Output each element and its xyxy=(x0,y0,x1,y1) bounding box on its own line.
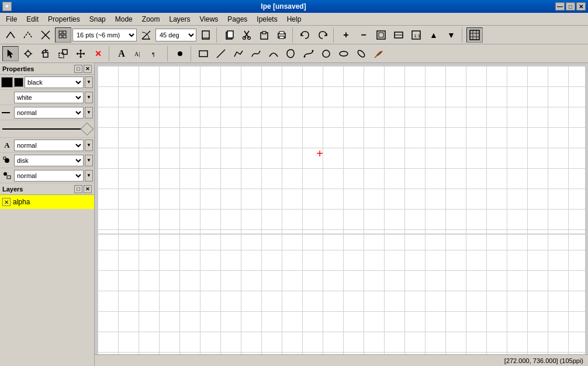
circle-tool-btn[interactable] xyxy=(318,46,334,61)
move-btn[interactable] xyxy=(72,46,89,61)
rotated-ellipse-btn[interactable] xyxy=(353,46,369,61)
fit-width-btn[interactable] xyxy=(390,27,407,43)
snap-vertex-btn[interactable] xyxy=(2,27,19,43)
bezier-btn[interactable] xyxy=(300,46,317,61)
rotate-btn[interactable] xyxy=(37,46,54,61)
svg-point-56 xyxy=(4,172,7,176)
canvas-area[interactable]: + [272.000, 736.000] (105ppi) xyxy=(95,63,588,366)
svg-point-49 xyxy=(323,50,330,57)
copy-to-clipboard-btn[interactable] xyxy=(221,27,237,43)
snap-size-select[interactable]: 16 pts (~6 mm) xyxy=(72,29,137,41)
menu-snap[interactable]: Snap xyxy=(85,13,110,25)
line-style-dropdown[interactable]: ▼ xyxy=(85,107,93,118)
menu-views[interactable]: Views xyxy=(195,13,223,25)
left-panel: Properties □ ✕ black ▼ white ▼ xyxy=(0,63,95,366)
next-page-btn[interactable]: ▼ xyxy=(443,27,459,43)
layer-alpha[interactable]: ✕ alpha xyxy=(0,195,94,209)
mark-tool-btn[interactable] xyxy=(172,46,188,61)
fill-color-dropdown[interactable]: ▼ xyxy=(85,92,93,103)
fit-page-btn[interactable] xyxy=(373,27,389,43)
fill-color-select[interactable]: white xyxy=(14,92,84,103)
translate-btn[interactable] xyxy=(55,46,71,61)
menu-properties[interactable]: Properties xyxy=(43,13,85,25)
mark-select[interactable]: disk xyxy=(14,155,84,166)
menu-layers[interactable]: Layers xyxy=(164,13,195,25)
closed-spline-btn[interactable] xyxy=(283,46,299,61)
page-layout-btn[interactable] xyxy=(198,27,214,43)
line-style-select[interactable]: normal xyxy=(14,107,84,118)
stroke-color-dropdown[interactable]: ▼ xyxy=(85,76,93,88)
menu-ipelets[interactable]: Ipelets xyxy=(252,13,282,25)
select-tool-btn[interactable] xyxy=(2,46,19,61)
cut-btn[interactable] xyxy=(238,27,255,43)
normal-size-btn[interactable]: 1:1 xyxy=(408,27,424,43)
properties-close-btn[interactable]: ✕ xyxy=(84,65,92,73)
ink-tool-btn[interactable] xyxy=(371,46,387,61)
svg-point-51 xyxy=(357,49,366,58)
mark-extra-select[interactable]: normal xyxy=(14,170,84,182)
text-tool-btn[interactable]: A xyxy=(113,46,130,61)
layers-close-btn[interactable]: ✕ xyxy=(84,185,92,193)
maximize-button[interactable]: □ xyxy=(566,2,575,11)
layers-collapse-btn[interactable]: □ xyxy=(74,185,82,193)
snap-grid-btn[interactable] xyxy=(55,27,71,43)
menu-pages[interactable]: Pages xyxy=(223,13,252,25)
zoom-out-btn[interactable]: − xyxy=(355,27,372,43)
svg-rect-27 xyxy=(470,30,479,40)
transform-btn[interactable] xyxy=(20,46,36,61)
text-style-select[interactable]: normal xyxy=(14,140,84,151)
rect-tool-btn[interactable] xyxy=(195,46,212,61)
snap-boundary-btn[interactable] xyxy=(20,27,36,43)
snap-intersection-btn[interactable] xyxy=(37,27,54,43)
layer-alpha-checkbox[interactable]: ✕ xyxy=(2,198,11,206)
properties-header-icons: □ ✕ xyxy=(74,65,92,73)
zoom-in-btn[interactable]: + xyxy=(338,27,354,43)
stroke-swatch xyxy=(1,77,13,88)
canvas[interactable]: + xyxy=(98,66,585,354)
mark-style-row: disk ▼ xyxy=(0,153,94,168)
angle-select[interactable]: 45 deg xyxy=(155,29,196,41)
ellipse-tool-btn[interactable] xyxy=(335,46,352,61)
delete-btn[interactable]: ✕ xyxy=(90,46,106,61)
text-style-dropdown[interactable]: ▼ xyxy=(85,140,93,151)
arc-tool-btn[interactable] xyxy=(265,46,282,61)
titlebar-controls[interactable]: — □ ✕ xyxy=(555,2,586,11)
svg-text:¶: ¶ xyxy=(152,51,155,57)
minimize-button[interactable]: — xyxy=(555,2,565,11)
svg-rect-4 xyxy=(59,35,62,38)
polyline-tool-btn[interactable] xyxy=(230,46,247,61)
diamond-marker xyxy=(81,122,94,135)
stroke-inner-swatch xyxy=(14,78,23,87)
grid-display-btn[interactable] xyxy=(466,27,483,43)
menu-zoom[interactable]: Zoom xyxy=(137,13,165,25)
menu-file[interactable]: File xyxy=(1,13,22,25)
canvas-grid xyxy=(98,66,585,354)
spline-tool-btn[interactable] xyxy=(248,46,264,61)
properties-collapse-btn[interactable]: □ xyxy=(74,65,82,73)
svg-rect-37 xyxy=(43,53,48,57)
label-tool-btn[interactable]: A| xyxy=(131,46,147,61)
toolbar-separator-t1 xyxy=(109,46,111,61)
line-tool-btn[interactable] xyxy=(213,46,229,61)
menu-edit[interactable]: Edit xyxy=(22,13,43,25)
titlebar: ✦ Ipe [unsaved] — □ ✕ xyxy=(0,0,588,13)
mark-extra-dropdown[interactable]: ▼ xyxy=(85,170,93,182)
svg-rect-11 xyxy=(227,31,233,38)
menu-help[interactable]: Help xyxy=(282,13,306,25)
snap-angle-icon xyxy=(138,27,154,43)
redo-btn[interactable] xyxy=(314,27,331,43)
menubar: File Edit Properties Snap Mode Zoom Laye… xyxy=(0,13,588,26)
stroke-color-select[interactable]: black xyxy=(25,76,84,88)
titlebar-icon: ✦ xyxy=(2,2,12,11)
print-btn[interactable] xyxy=(274,27,290,43)
menu-mode[interactable]: Mode xyxy=(110,13,137,25)
paragraph-tool-btn[interactable]: ¶ xyxy=(148,46,165,61)
svg-text:A|: A| xyxy=(134,51,140,57)
prev-page-btn[interactable]: ▲ xyxy=(426,27,442,43)
paste-btn[interactable] xyxy=(256,27,272,43)
svg-rect-39 xyxy=(63,50,67,54)
mark-dropdown[interactable]: ▼ xyxy=(85,155,93,166)
close-button[interactable]: ✕ xyxy=(576,2,586,11)
svg-rect-21 xyxy=(377,31,385,39)
undo-btn[interactable] xyxy=(297,27,313,43)
